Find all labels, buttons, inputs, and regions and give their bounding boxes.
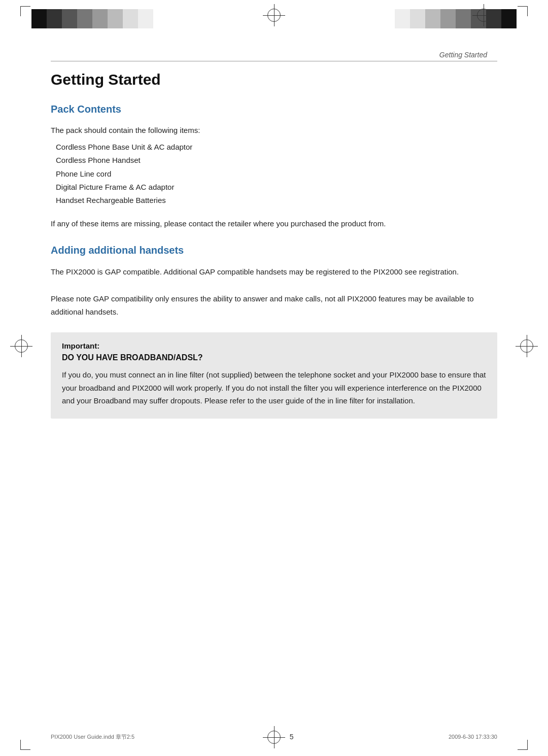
corner-mark-bl — [20, 740, 30, 750]
crosshair-mid-left — [10, 335, 32, 357]
page-footer: PIX2000 User Guide.indd 章节2:5 5 2009-6-3… — [51, 733, 497, 741]
swatch-r3 — [425, 9, 440, 28]
swatch-4 — [77, 9, 92, 28]
footer-left: PIX2000 User Guide.indd 章节2:5 — [51, 733, 134, 741]
crosshair-mid-right — [516, 335, 538, 357]
color-strip-left — [31, 9, 153, 28]
footer-right: 2009-6-30 17:33:30 — [449, 734, 497, 740]
content-area: Getting Started Pack Contents The pack s… — [51, 71, 497, 715]
pack-intro: The pack should contain the following it… — [51, 124, 497, 136]
header-rule — [51, 61, 497, 61]
important-heading: DO YOU HAVE BROADBAND/ADSL? — [62, 353, 486, 362]
adding-handsets-section: Adding additional handsets The PIX2000 i… — [51, 245, 497, 419]
swatch-1 — [31, 9, 47, 28]
swatch-5 — [92, 9, 108, 28]
page-number: 5 — [290, 733, 294, 741]
swatch-2 — [47, 9, 62, 28]
swatch-3 — [62, 9, 77, 28]
list-item: Phone Line cord — [56, 167, 497, 181]
corner-mark-tl — [20, 6, 30, 16]
adding-handsets-title: Adding additional handsets — [51, 245, 497, 256]
swatch-8 — [138, 9, 153, 28]
important-box: Important: DO YOU HAVE BROADBAND/ADSL? I… — [51, 332, 497, 419]
pack-items-list: Cordless Phone Base Unit & AC adaptor Co… — [56, 141, 497, 207]
pack-outro: If any of these items are missing, pleas… — [51, 217, 497, 230]
color-strip-right — [395, 9, 517, 28]
corner-mark-tr — [518, 6, 528, 16]
important-text: If you do, you must connect an in line f… — [62, 368, 486, 407]
crosshair-top-right — [472, 4, 495, 26]
important-label: Important: — [62, 341, 486, 350]
list-item: Handset Rechargeable Batteries — [56, 194, 497, 207]
crosshair-top-center — [263, 4, 285, 26]
swatch-r8 — [501, 9, 517, 28]
swatch-6 — [108, 9, 123, 28]
pack-contents-title: Pack Contents — [51, 104, 497, 115]
adding-paragraph-2: Please note GAP compatibility only ensur… — [51, 292, 497, 318]
swatch-7 — [123, 9, 138, 28]
page: Getting Started Getting Started Pack Con… — [0, 0, 548, 756]
list-item: Cordless Phone Base Unit & AC adaptor — [56, 141, 497, 154]
swatch-r2 — [410, 9, 425, 28]
corner-mark-br — [518, 740, 528, 750]
page-header: Getting Started — [439, 51, 487, 59]
swatch-r1 — [395, 9, 410, 28]
adding-paragraph-1: The PIX2000 is GAP compatible. Additiona… — [51, 265, 497, 279]
page-title: Getting Started — [51, 71, 497, 88]
swatch-r5 — [456, 9, 471, 28]
list-item: Digital Picture Frame & AC adaptor — [56, 181, 497, 194]
swatch-r4 — [440, 9, 456, 28]
list-item: Cordless Phone Handset — [56, 154, 497, 167]
